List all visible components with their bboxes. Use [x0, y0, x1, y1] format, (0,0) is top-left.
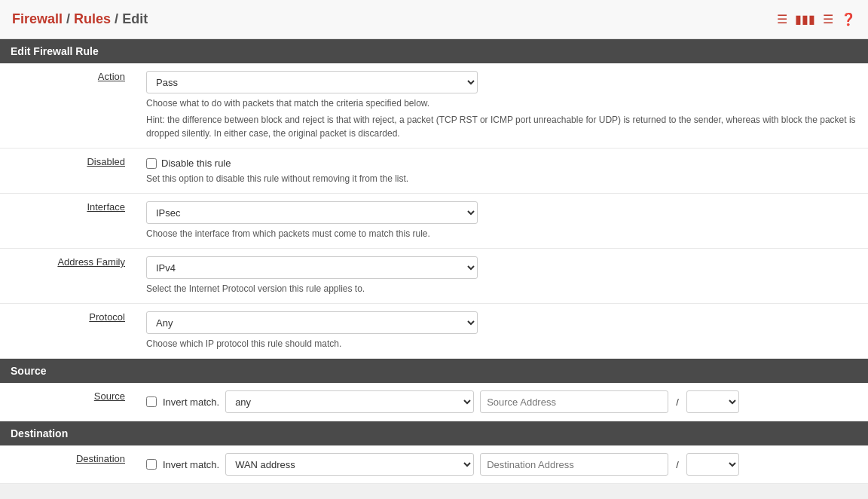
- action-value-cell: Pass Block Reject Choose what to do with…: [136, 63, 868, 148]
- disabled-checkbox-label: Disable this rule: [161, 158, 231, 169]
- disabled-label-cell: Disabled: [0, 148, 136, 194]
- section-main-header: Edit Firewall Rule: [0, 39, 868, 63]
- protocol-select[interactable]: Any TCP UDP TCP/UDP ICMP: [146, 311, 478, 334]
- top-icons: ☰ ▮▮▮ ☰ ❓: [777, 12, 856, 26]
- chart-icon[interactable]: ▮▮▮: [795, 12, 815, 26]
- source-slash: /: [676, 396, 679, 408]
- protocol-label-cell: Protocol: [0, 304, 136, 359]
- source-mask-select[interactable]: [686, 390, 739, 413]
- action-hint2: Hint: the difference between block and r…: [146, 113, 857, 140]
- action-label[interactable]: Action: [98, 71, 125, 82]
- destination-type-select[interactable]: any Single host or alias Network WAN add…: [225, 453, 474, 476]
- destination-invert-label: Invert match.: [163, 459, 219, 470]
- breadcrumb-rules[interactable]: Rules: [74, 11, 111, 26]
- form-table: Action Pass Block Reject Choose what to …: [0, 63, 868, 359]
- table-icon[interactable]: ☰: [823, 12, 833, 26]
- address-family-label-cell: Address Family: [0, 249, 136, 304]
- destination-input-row: Invert match. any Single host or alias N…: [146, 453, 857, 476]
- source-label-cell: Source: [0, 383, 136, 421]
- interface-label-cell: Interface: [0, 194, 136, 249]
- address-family-value-cell: IPv4 IPv6 IPv4+IPv6 Select the Internet …: [136, 249, 868, 304]
- action-label-cell: Action: [0, 63, 136, 148]
- section-source-header: Source: [0, 359, 868, 383]
- destination-invert-checkbox[interactable]: [146, 459, 157, 470]
- interface-label[interactable]: Interface: [87, 201, 125, 213]
- address-family-hint: Select the Internet Protocol version thi…: [146, 282, 857, 295]
- source-type-select[interactable]: any Single host or alias Network WAN add…: [225, 390, 474, 413]
- action-row: Action Pass Block Reject Choose what to …: [0, 63, 868, 148]
- breadcrumb-edit: Edit: [122, 11, 148, 26]
- source-invert-label: Invert match.: [163, 396, 219, 408]
- disabled-checkbox[interactable]: [146, 158, 157, 169]
- disabled-row: Disabled Disable this rule Set this opti…: [0, 148, 868, 194]
- interface-row: Interface IPsec WAN LAN Choose the inter…: [0, 194, 868, 249]
- destination-label-cell: Destination: [0, 445, 136, 484]
- top-bar: Firewall / Rules / Edit ☰ ▮▮▮ ☰ ❓: [0, 0, 868, 39]
- destination-mask-select[interactable]: [686, 453, 739, 476]
- source-row: Source Invert match. any Single host or …: [0, 383, 868, 421]
- disabled-label: Disabled: [87, 156, 125, 167]
- action-hint1: Choose what to do with packets that matc…: [146, 96, 857, 110]
- destination-label[interactable]: Destination: [76, 453, 125, 464]
- interface-hint: Choose the interface from which packets …: [146, 227, 857, 240]
- sliders-icon[interactable]: ☰: [777, 12, 787, 26]
- breadcrumb-sep2: /: [115, 11, 122, 26]
- destination-value-cell: Invert match. any Single host or alias N…: [136, 445, 868, 484]
- source-invert-checkbox[interactable]: [146, 396, 157, 407]
- breadcrumb: Firewall / Rules / Edit: [12, 11, 148, 27]
- address-family-row: Address Family IPv4 IPv6 IPv4+IPv6 Selec…: [0, 249, 868, 304]
- destination-address-input[interactable]: [480, 453, 668, 476]
- main-container: Firewall / Rules / Edit ☰ ▮▮▮ ☰ ❓ Edit F…: [0, 0, 868, 484]
- address-family-select[interactable]: IPv4 IPv6 IPv4+IPv6: [146, 256, 478, 279]
- protocol-hint: Choose which IP protocol this rule shoul…: [146, 337, 857, 351]
- address-family-label[interactable]: Address Family: [57, 256, 125, 268]
- disabled-value-cell: Disable this rule Set this option to dis…: [136, 148, 868, 194]
- source-label[interactable]: Source: [94, 390, 125, 402]
- destination-row: Destination Invert match. any Single hos…: [0, 445, 868, 484]
- interface-select[interactable]: IPsec WAN LAN: [146, 201, 478, 224]
- disabled-hint: Set this option to disable this rule wit…: [146, 172, 857, 185]
- source-input-row: Invert match. any Single host or alias N…: [146, 390, 857, 413]
- breadcrumb-sep1: /: [66, 11, 74, 26]
- section-destination-header: Destination: [0, 421, 868, 445]
- source-table: Source Invert match. any Single host or …: [0, 383, 868, 421]
- source-address-input[interactable]: [480, 390, 668, 413]
- protocol-row: Protocol Any TCP UDP TCP/UDP ICMP Choose…: [0, 304, 868, 359]
- destination-slash: /: [676, 459, 679, 470]
- breadcrumb-firewall[interactable]: Firewall: [12, 11, 63, 26]
- source-value-cell: Invert match. any Single host or alias N…: [136, 383, 868, 421]
- destination-table: Destination Invert match. any Single hos…: [0, 445, 868, 484]
- protocol-value-cell: Any TCP UDP TCP/UDP ICMP Choose which IP…: [136, 304, 868, 359]
- disabled-checkbox-row: Disable this rule: [146, 158, 857, 169]
- action-select[interactable]: Pass Block Reject: [146, 71, 478, 93]
- help-icon[interactable]: ❓: [841, 12, 856, 26]
- interface-value-cell: IPsec WAN LAN Choose the interface from …: [136, 194, 868, 249]
- protocol-label[interactable]: Protocol: [89, 311, 125, 323]
